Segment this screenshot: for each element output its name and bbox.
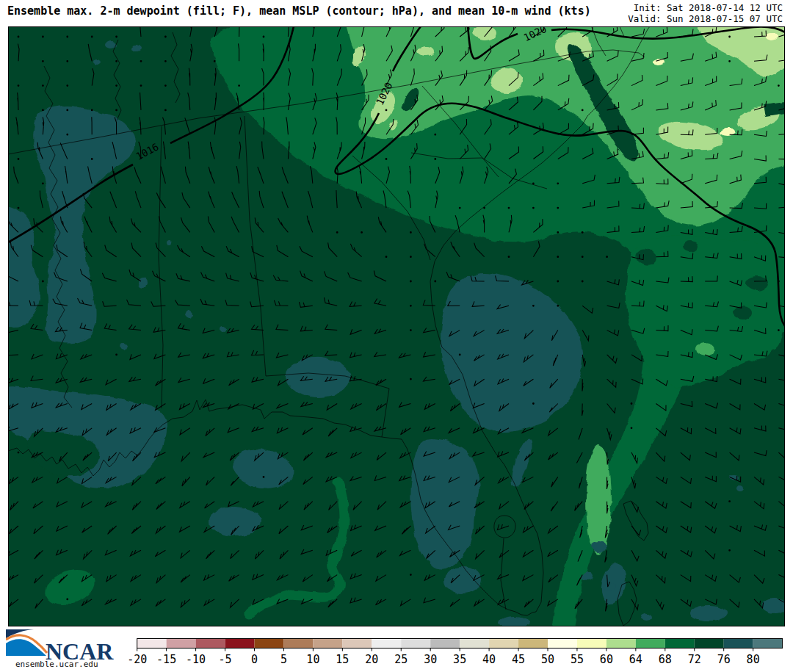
colorbar-segment [196,639,225,648]
init-time: Init: Sat 2018-07-14 12 UTC [634,2,783,13]
colorbar-tick-label: -20 [127,653,147,666]
colorbar: -20-15-10-505101520253035404550556064687… [121,638,791,672]
colorbar-tick-label: 30 [424,653,437,666]
colorbar-segment [577,639,606,648]
colorbar-segment [460,639,489,648]
colorbar-tick-label: -5 [219,653,232,666]
logo-swoosh-blue [6,639,46,656]
colorbar-segment [137,639,167,648]
colorbar-tick-label: 35 [453,653,466,666]
colorbar-tick-label: 20 [365,653,378,666]
valid-time: Valid: Sun 2018-07-15 07 UTC [628,13,783,24]
colorbar-segment [724,639,753,648]
colorbar-segment [606,639,636,648]
colorbar-tick-label: 0 [251,653,258,666]
colorbar-segment [225,639,255,648]
colorbar-tick-label: 40 [482,653,496,666]
weather-map: 101610201020 [8,26,785,626]
colorbar-tick-label: 50 [541,653,554,666]
colorbar-tick-label: -15 [156,653,176,666]
colorbar-segment [548,639,577,648]
colorbar-segment [753,639,783,648]
colorbar-tick-label: 72 [688,653,701,666]
colorbar-tick-label: 15 [336,653,349,666]
colorbar-segment [430,639,460,648]
colorbar-tick-label: 5 [280,653,287,666]
colorbar-tick-label: -10 [186,653,206,666]
colorbar-segment [283,639,313,648]
site-url: ensemble.ucar.edu [15,660,98,669]
colorbar-segment [167,639,196,648]
colorbar-tick-label: 64 [629,653,642,666]
colorbar-segment [372,639,401,648]
colorbar-tick-label: 60 [600,653,613,666]
page-title: Ensemble max. 2-m dewpoint (fill; F), me… [7,4,591,18]
colorbar-tick-label: 55 [571,653,584,666]
colorbar-segment [313,639,342,648]
colorbar-segment [401,639,430,648]
colorbar-tick-label: 76 [717,653,731,666]
colorbar-tick-label: 68 [659,653,672,666]
colorbar-segment [342,639,372,648]
colorbar-tick-label: 25 [394,653,408,666]
colorbar-segment [255,639,284,648]
colorbar-segment [636,639,665,648]
colorbar-segment [518,639,548,648]
colorbar-tick-label: 80 [747,653,760,666]
colorbar-segment [665,639,695,648]
colorbar-tick-label: 10 [306,653,319,666]
colorbar-segment [695,639,724,648]
colorbar-tick-label: 45 [512,653,525,666]
colorbar-segment [489,639,518,648]
time-stamps: Init: Sat 2018-07-14 12 UTC Valid: Sun 2… [628,2,783,24]
